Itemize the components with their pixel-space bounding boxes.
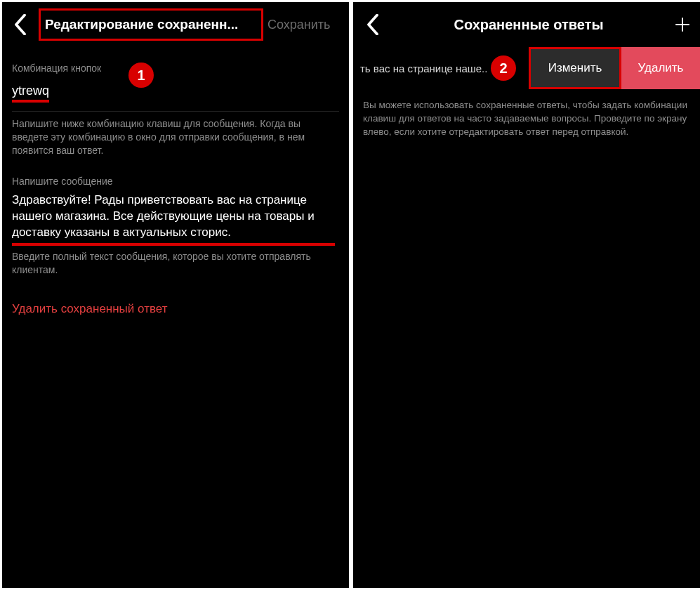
delete-button[interactable]: Удалить bbox=[621, 47, 700, 89]
plus-icon bbox=[674, 16, 691, 33]
message-hint: Введите полный текст сообщения, которое … bbox=[2, 246, 349, 277]
annotation-badge-2: 2 bbox=[491, 55, 516, 81]
shortcut-hint: Напишите ниже комбинацию клавиш для сооб… bbox=[2, 112, 349, 157]
add-button[interactable] bbox=[672, 14, 693, 35]
title-highlight: Редактирование сохраненн... bbox=[39, 8, 263, 41]
message-value: Здравствуйте! Рады приветствовать вас на… bbox=[12, 192, 339, 241]
edit-button[interactable]: Изменить bbox=[529, 47, 621, 89]
screen-edit-saved-reply: Редактирование сохраненн... Сохранить 1 … bbox=[2, 2, 349, 588]
chevron-left-icon bbox=[366, 14, 379, 35]
header: Сохраненные ответы bbox=[353, 2, 700, 47]
save-button[interactable]: Сохранить bbox=[268, 18, 330, 32]
message-field[interactable]: Здравствуйте! Рады приветствовать вас на… bbox=[2, 187, 349, 247]
chevron-left-icon bbox=[14, 14, 27, 35]
message-section-label: Напишите сообщение bbox=[2, 157, 349, 187]
delete-saved-reply-button[interactable]: Удалить сохраненный ответ bbox=[2, 277, 349, 316]
header: Редактирование сохраненн... Сохранить bbox=[2, 2, 349, 47]
saved-reply-row[interactable]: ть вас на странице наше.. Изменить Удали… bbox=[353, 47, 700, 89]
shortcut-value: ytrewq bbox=[12, 84, 49, 103]
page-title: Сохраненные ответы bbox=[385, 17, 672, 33]
page-title: Редактирование сохраненн... bbox=[45, 17, 238, 32]
info-text: Вы можете использовать сохраненные ответ… bbox=[353, 89, 700, 139]
screen-saved-replies-list: Сохраненные ответы 2 ть вас на странице … bbox=[353, 2, 700, 588]
back-button[interactable] bbox=[8, 12, 33, 37]
shortcut-field[interactable]: ytrewq bbox=[2, 74, 349, 103]
shortcut-section-label: Комбинация кнопок bbox=[2, 47, 349, 74]
back-button[interactable] bbox=[360, 12, 385, 37]
